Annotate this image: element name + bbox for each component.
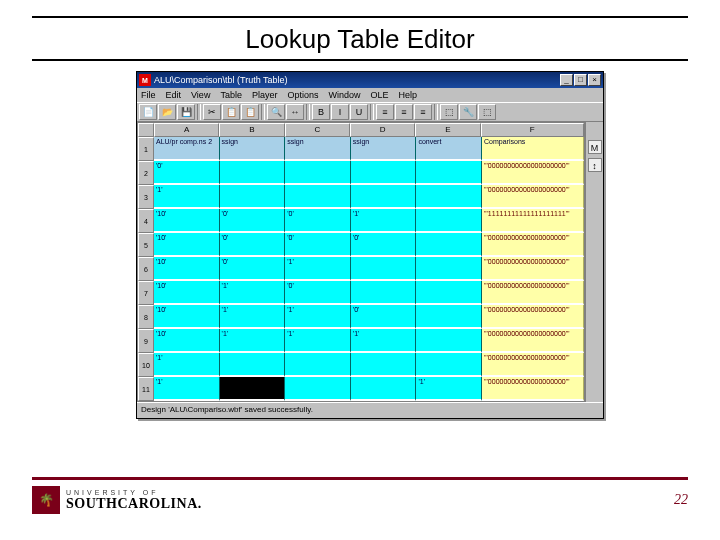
cell[interactable]: '1' — [220, 281, 286, 305]
cell[interactable] — [351, 161, 417, 185]
cell[interactable]: "'00000000000000000000'" — [482, 329, 584, 353]
cell[interactable] — [351, 281, 417, 305]
table-row[interactable]: 11'1''1'"'00000000000000000000'" — [138, 377, 584, 401]
cell[interactable]: '0' — [154, 161, 220, 185]
cell[interactable]: ALU/pr comp.ns 2 — [154, 137, 220, 161]
menu-ole[interactable]: OLE — [370, 90, 388, 100]
menu-options[interactable]: Options — [287, 90, 318, 100]
row-header[interactable]: 11 — [138, 377, 154, 401]
cell[interactable]: '10' — [154, 329, 220, 353]
menu-window[interactable]: Window — [328, 90, 360, 100]
side-button-1[interactable]: ↕ — [588, 158, 602, 172]
cell[interactable]: "'00000000000000000000'" — [482, 281, 584, 305]
menu-file[interactable]: File — [141, 90, 156, 100]
col-header-D[interactable]: D — [350, 123, 415, 137]
cell[interactable]: '1' — [154, 377, 220, 401]
cell[interactable] — [285, 161, 351, 185]
table-row[interactable]: 6'10''0''1'"'00000000000000000000'" — [138, 257, 584, 281]
col-header-B[interactable]: B — [219, 123, 284, 137]
row-header[interactable]: 4 — [138, 209, 154, 233]
cell[interactable] — [351, 353, 417, 377]
col-header-C[interactable]: C — [285, 123, 350, 137]
cell[interactable]: "'00000000000000000000'" — [482, 257, 584, 281]
row-header[interactable]: 5 — [138, 233, 154, 257]
cell[interactable]: Comparisons — [482, 137, 584, 161]
toolbar-button-12[interactable]: I — [331, 104, 349, 120]
toolbar-button-5[interactable]: 📋 — [222, 104, 240, 120]
col-header-A[interactable]: A — [154, 123, 219, 137]
menu-view[interactable]: View — [191, 90, 210, 100]
cell[interactable]: '1' — [220, 329, 286, 353]
cell[interactable]: '0' — [285, 233, 351, 257]
table-row[interactable]: 9'10''1''1''1'"'00000000000000000000'" — [138, 329, 584, 353]
cell[interactable]: ssign — [351, 137, 417, 161]
toolbar-button-15[interactable]: ≡ — [376, 104, 394, 120]
truth-table-grid[interactable]: ABCDEF 1ALU/pr comp.ns 2ssignssignssignc… — [137, 122, 585, 402]
cell[interactable] — [351, 185, 417, 209]
row-header[interactable]: 10 — [138, 353, 154, 377]
toolbar-button-17[interactable]: ≡ — [414, 104, 432, 120]
cell[interactable]: "'00000000000000000000'" — [482, 185, 584, 209]
menu-table[interactable]: Table — [220, 90, 242, 100]
minimize-button[interactable]: _ — [560, 74, 573, 86]
cell[interactable]: ssign — [220, 137, 286, 161]
cell[interactable]: '10' — [154, 209, 220, 233]
cell[interactable] — [416, 161, 482, 185]
cell[interactable]: convert — [416, 137, 482, 161]
cell[interactable]: '1' — [154, 185, 220, 209]
cell[interactable] — [416, 329, 482, 353]
cell[interactable]: '0' — [220, 209, 286, 233]
row-header[interactable]: 8 — [138, 305, 154, 329]
cell[interactable]: "'00000000000000000000'" — [482, 305, 584, 329]
cell[interactable] — [416, 281, 482, 305]
cell[interactable] — [285, 185, 351, 209]
cell[interactable] — [351, 257, 417, 281]
row-header[interactable]: 1 — [138, 137, 154, 161]
cell[interactable]: '1' — [220, 305, 286, 329]
cell[interactable]: '1' — [351, 209, 417, 233]
menu-player[interactable]: Player — [252, 90, 278, 100]
toolbar-button-9[interactable]: ↔ — [286, 104, 304, 120]
cell[interactable] — [416, 257, 482, 281]
toolbar-button-2[interactable]: 💾 — [177, 104, 195, 120]
cell[interactable]: '10' — [154, 281, 220, 305]
menu-help[interactable]: Help — [398, 90, 417, 100]
cell[interactable]: '1' — [285, 329, 351, 353]
cell[interactable]: ssign — [285, 137, 351, 161]
row-header[interactable]: 7 — [138, 281, 154, 305]
cell[interactable] — [416, 209, 482, 233]
cell[interactable] — [220, 161, 286, 185]
toolbar-button-1[interactable]: 📂 — [158, 104, 176, 120]
menu-edit[interactable]: Edit — [166, 90, 182, 100]
row-header[interactable]: 2 — [138, 161, 154, 185]
cell[interactable]: '10' — [154, 305, 220, 329]
cell[interactable]: '1' — [154, 353, 220, 377]
cell[interactable]: "'00000000000000000000'" — [482, 377, 584, 401]
cell[interactable] — [416, 305, 482, 329]
table-row[interactable]: 2'0'"'00000000000000000000'" — [138, 161, 584, 185]
cell[interactable]: '1' — [351, 329, 417, 353]
toolbar-button-21[interactable]: ⬚ — [478, 104, 496, 120]
table-row[interactable]: 4'10''0''0''1'"'11111111111111111111'" — [138, 209, 584, 233]
table-row[interactable]: 1ALU/pr comp.ns 2ssignssignssignconvertC… — [138, 137, 584, 161]
toolbar-button-13[interactable]: U — [350, 104, 368, 120]
cell[interactable]: "'00000000000000000000'" — [482, 161, 584, 185]
toolbar-button-0[interactable]: 📄 — [139, 104, 157, 120]
cell[interactable]: '10' — [154, 257, 220, 281]
cell[interactable]: '1' — [285, 257, 351, 281]
table-row[interactable]: 10'1'"'00000000000000000000'" — [138, 353, 584, 377]
row-header[interactable]: 9 — [138, 329, 154, 353]
col-header-row[interactable] — [138, 123, 154, 137]
toolbar-button-16[interactable]: ≡ — [395, 104, 413, 120]
toolbar-button-8[interactable]: 🔍 — [267, 104, 285, 120]
row-header[interactable]: 3 — [138, 185, 154, 209]
toolbar-button-6[interactable]: 📋 — [241, 104, 259, 120]
cell[interactable]: '1' — [416, 377, 482, 401]
cell[interactable] — [285, 353, 351, 377]
toolbar-button-20[interactable]: 🔧 — [459, 104, 477, 120]
cell[interactable] — [220, 185, 286, 209]
cell[interactable]: '10' — [154, 233, 220, 257]
cell[interactable]: '0' — [285, 209, 351, 233]
toolbar-button-4[interactable]: ✂ — [203, 104, 221, 120]
toolbar-button-19[interactable]: ⬚ — [440, 104, 458, 120]
